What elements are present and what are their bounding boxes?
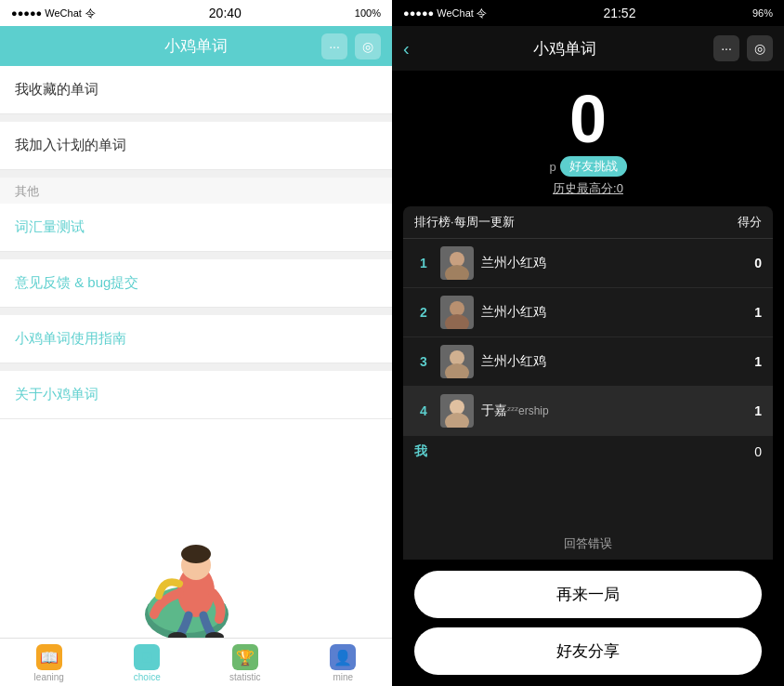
left-tab-bar: 📖 leaning ☑ choice 🏆 statistic 👤 mine [0, 638, 392, 686]
right-battery: 96% [752, 7, 773, 19]
lb-name-2: 兰州小红鸡 [481, 304, 747, 321]
divider3 [0, 252, 392, 259]
share-button[interactable]: 好友分享 [414, 627, 762, 675]
lb-name-3: 兰州小红鸡 [481, 353, 747, 370]
avatar-2 [440, 296, 474, 329]
avatar-3 [440, 345, 474, 378]
svg-point-7 [450, 252, 464, 267]
score-area: 0 p 好友挑战 历史最高分:0 [392, 71, 784, 206]
left-nav-icons: ··· ◎ [321, 33, 381, 59]
tab-choice[interactable]: ☑ choice [98, 644, 197, 682]
answer-error-area: 回答错误 [403, 527, 773, 560]
tab-leaning[interactable]: 📖 leaning [0, 644, 98, 682]
lb-name-4: 于嘉ᶻᶻᶻership [481, 402, 747, 419]
lb-row-4[interactable]: 4 于嘉ᶻᶻᶻership 1 [403, 387, 773, 436]
menu-planned[interactable]: 我加入计划的单词 [0, 122, 392, 170]
lb-row-1[interactable]: 1 兰州小红鸡 0 [403, 239, 773, 288]
menu-guide[interactable]: 小鸡单词使用指南 [0, 315, 392, 363]
tab-mine[interactable]: 👤 mine [294, 644, 393, 682]
right-carrier: ●●●●● WeChat 令 [403, 7, 487, 20]
menu-favorites[interactable]: 我收藏的单词 [0, 66, 392, 114]
left-nav-title: 小鸡单词 [164, 35, 228, 57]
svg-point-8 [445, 265, 469, 280]
menu-vocab-test[interactable]: 词汇量测试 [0, 204, 392, 252]
left-menu-list: 我收藏的单词 我加入计划的单词 其他 词汇量测试 意见反馈 & bug提交 小鸡… [0, 66, 392, 526]
lb-me-row: 我 0 [403, 436, 773, 468]
avatar-img-4 [440, 394, 474, 428]
more-icon[interactable]: ··· [321, 33, 347, 59]
right-carrier-text: ●●●●● WeChat [403, 7, 474, 19]
right-nav-bar: ‹ 小鸡单词 ··· ◎ [392, 26, 784, 71]
divider4 [0, 308, 392, 315]
answer-error-label: 回答错误 [564, 536, 612, 550]
avatar-4 [440, 394, 474, 428]
svg-point-12 [445, 363, 469, 378]
rank-2: 2 [414, 305, 433, 320]
action-buttons: 再来一局 好友分享 [392, 560, 784, 686]
score-p-label: p [549, 160, 555, 174]
left-nav-bar: 小鸡单词 ··· ◎ [0, 26, 392, 66]
rank-4: 4 [414, 403, 433, 418]
divider2 [0, 170, 392, 178]
lb-title: 排行榜·每周一更新 [414, 214, 515, 231]
divider5 [0, 363, 392, 371]
menu-feedback[interactable]: 意见反馈 & bug提交 [0, 259, 392, 308]
menu-about[interactable]: 关于小鸡单词 [0, 371, 392, 419]
left-time: 20:40 [209, 6, 242, 20]
rank-1: 1 [414, 256, 433, 270]
svg-point-14 [445, 413, 469, 428]
right-nav-title: 小鸡单词 [417, 38, 713, 59]
right-target-icon[interactable]: ◎ [747, 35, 773, 61]
divider1 [0, 114, 392, 122]
right-time: 21:52 [603, 6, 635, 20]
tab-mine-label: mine [333, 672, 353, 682]
avatar-img-2 [440, 296, 474, 329]
right-wifi-icon: 令 [477, 7, 487, 19]
section-other: 其他 [0, 178, 392, 204]
right-nav-icons: ··· ◎ [713, 35, 773, 61]
avatar-img-3 [440, 345, 474, 378]
left-status-bar: ●●●●● WeChat 令 20:40 100% [0, 0, 392, 26]
big-score: 0 [569, 86, 607, 152]
lb-header: 排行榜·每周一更新 得分 [403, 206, 773, 239]
challenge-badge[interactable]: 好友挑战 [560, 156, 627, 177]
statistic-icon: 🏆 [232, 644, 258, 670]
lb-score-2: 1 [754, 305, 762, 320]
tab-leaning-label: leaning [34, 672, 64, 682]
mine-icon: 👤 [330, 644, 356, 670]
lb-row-3[interactable]: 3 兰州小红鸡 1 [403, 337, 773, 387]
target-icon[interactable]: ◎ [355, 33, 381, 59]
lb-me-label: 我 [414, 443, 747, 460]
lb-score-col: 得分 [738, 214, 762, 231]
right-phone: ●●●●● WeChat 令 21:52 96% ‹ 小鸡单词 ··· ◎ 0 … [392, 0, 784, 686]
leaning-icon: 📖 [36, 644, 62, 670]
lb-score-4: 1 [754, 403, 762, 418]
illustration-area [0, 526, 392, 638]
tab-statistic[interactable]: 🏆 statistic [196, 644, 294, 682]
replay-button[interactable]: 再来一局 [414, 571, 762, 618]
svg-point-10 [445, 314, 469, 329]
lb-row-2[interactable]: 2 兰州小红鸡 1 [403, 288, 773, 337]
avatar-img-1 [440, 246, 474, 280]
right-more-icon[interactable]: ··· [713, 35, 739, 61]
history-score[interactable]: 历史最高分:0 [553, 180, 623, 197]
right-status-bar: ●●●●● WeChat 令 21:52 96% [392, 0, 784, 26]
wifi-icon: 令 [85, 7, 96, 20]
left-phone: ●●●●● WeChat 令 20:40 100% 小鸡单词 ··· ◎ 我收藏… [0, 0, 392, 686]
svg-point-11 [450, 350, 464, 365]
illustration-svg [103, 526, 289, 638]
lb-score-3: 1 [754, 354, 762, 369]
back-button[interactable]: ‹ [403, 38, 410, 59]
lb-score-1: 0 [754, 256, 762, 270]
avatar-1 [440, 246, 474, 280]
rank-3: 3 [414, 354, 433, 369]
tab-choice-label: choice [134, 672, 161, 682]
left-carrier: ●●●●● WeChat 令 [11, 7, 96, 20]
choice-icon: ☑ [134, 644, 160, 670]
leaderboard: 排行榜·每周一更新 得分 1 兰州小红鸡 0 2 兰州小红鸡 1 [403, 206, 773, 527]
lb-me-score: 0 [754, 444, 762, 459]
lb-name-1: 兰州小红鸡 [481, 255, 747, 271]
svg-point-13 [450, 400, 464, 415]
svg-point-9 [450, 301, 464, 316]
carrier-text: ●●●●● WeChat [11, 7, 82, 19]
